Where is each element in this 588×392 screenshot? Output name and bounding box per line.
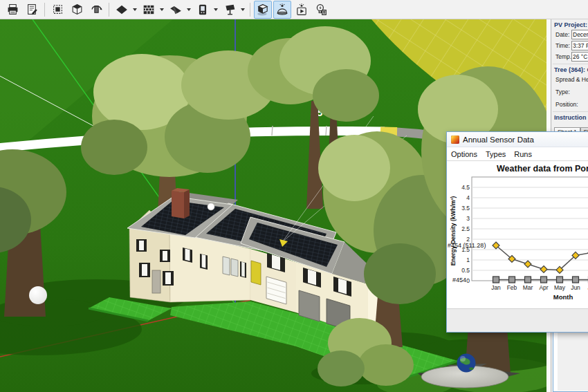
wall-dropdown[interactable]	[158, 1, 165, 18]
rotate-building-icon	[91, 3, 102, 15]
svg-text:3: 3	[466, 215, 470, 222]
menu-options[interactable]: Options	[451, 150, 477, 158]
rotate-building-button[interactable]	[87, 1, 105, 19]
svg-text:Jan: Jan	[491, 284, 501, 291]
select-button[interactable]	[48, 1, 66, 19]
toolbar-separator	[44, 3, 45, 17]
spin-view-button[interactable]	[68, 1, 86, 19]
chimney	[172, 188, 190, 218]
svg-text:Weather data from Porto: Weather data from Porto	[497, 164, 588, 174]
foundation-dropdown[interactable]	[131, 1, 138, 18]
ridge-sphere	[208, 203, 214, 210]
temp-field[interactable]: 26 °C	[571, 52, 588, 62]
svg-text:#454: #454	[452, 277, 466, 283]
roof-icon	[169, 3, 182, 16]
shadow-button[interactable]	[254, 1, 272, 19]
window-title: Annual Sensor Data	[463, 136, 534, 144]
print-icon	[7, 3, 19, 15]
svg-text:0.5: 0.5	[461, 267, 470, 274]
type-label: Type:	[555, 88, 570, 95]
sun-arc-segment	[380, 131, 397, 132]
svg-text:May: May	[554, 284, 566, 291]
svg-text:Energy Density (kWh/m²): Energy Density (kWh/m²)	[450, 196, 457, 266]
window-menubar: Options Types Runs	[447, 147, 588, 161]
heliodon-button[interactable]	[273, 1, 291, 19]
menu-types[interactable]: Types	[486, 150, 506, 158]
window-footer	[447, 308, 588, 332]
pv-group-title: PV Project: Re	[554, 21, 588, 28]
instruction-group-title: Instruction & Do	[554, 114, 588, 121]
svg-text:Jun: Jun	[571, 284, 580, 291]
tree-group-title: Tree (364): Oak	[554, 66, 588, 73]
svg-text:0: 0	[466, 277, 470, 284]
svg-text:Apr: Apr	[539, 284, 548, 291]
front-door	[152, 270, 160, 293]
heliodon-icon	[276, 3, 288, 16]
energy-calculation-button[interactable]	[312, 1, 330, 19]
svg-text:3.5: 3.5	[461, 205, 470, 212]
app-window: { "toolbar": { "icons": [ "print-icon","…	[0, 0, 588, 392]
select-icon	[52, 3, 64, 15]
spin-view-icon	[71, 3, 83, 15]
spread-height-label: Spread & Heigh	[555, 76, 588, 83]
yellow-door	[251, 261, 261, 285]
svg-text:1: 1	[466, 256, 470, 263]
sun-animation-button[interactable]	[293, 1, 311, 19]
sun-position-marker[interactable]	[29, 286, 47, 304]
svg-text:4.5: 4.5	[461, 184, 470, 191]
svg-text:Month: Month	[553, 293, 573, 301]
wall-icon	[143, 3, 155, 16]
date-field[interactable]: Decem	[571, 30, 588, 39]
annotate-button[interactable]	[23, 1, 41, 19]
annual-sensor-data-window: Annual Sensor Data Options Types Runs We…	[446, 131, 588, 333]
svg-text:2.5: 2.5	[461, 225, 470, 232]
solar-panel-icon	[223, 3, 236, 16]
window-dropdown[interactable]	[212, 1, 219, 18]
annotate-icon	[26, 3, 38, 15]
print-button[interactable]	[3, 1, 21, 19]
sensor-chart: Weather data from Porto00.511.522.533.54…	[447, 161, 588, 310]
window-button[interactable]	[194, 1, 212, 19]
svg-text:Feb: Feb	[507, 284, 517, 291]
window-titlebar[interactable]: Annual Sensor Data	[447, 132, 588, 147]
svg-text:#454 (511.28): #454 (511.28)	[448, 242, 486, 249]
wall-button[interactable]	[140, 1, 158, 19]
sensor-window-icon	[451, 136, 459, 144]
position-label: Position:	[555, 101, 578, 108]
main-toolbar	[0, 0, 588, 19]
temp-label: Temp.:	[555, 53, 573, 60]
svg-text:4: 4	[466, 194, 470, 201]
window-icon	[196, 3, 209, 16]
foundation-icon	[116, 3, 128, 16]
solar-panel-button[interactable]	[221, 1, 239, 19]
foundation-button[interactable]	[113, 1, 131, 19]
menu-runs[interactable]: Runs	[514, 150, 532, 158]
date-label: Date:	[555, 31, 569, 38]
svg-text:Mar: Mar	[523, 284, 533, 291]
roof-dropdown[interactable]	[185, 1, 192, 18]
roof-button[interactable]	[167, 1, 185, 19]
time-field[interactable]: 3:37 P	[571, 41, 588, 50]
time-label: Time:	[555, 42, 570, 49]
solar-panel-dropdown[interactable]	[239, 1, 246, 18]
sun-animation-icon	[295, 3, 308, 16]
toolbar-separator	[250, 3, 250, 17]
toolbar-separator	[109, 3, 109, 17]
shadow-icon	[257, 3, 269, 16]
energy-calculation-icon	[315, 3, 327, 16]
